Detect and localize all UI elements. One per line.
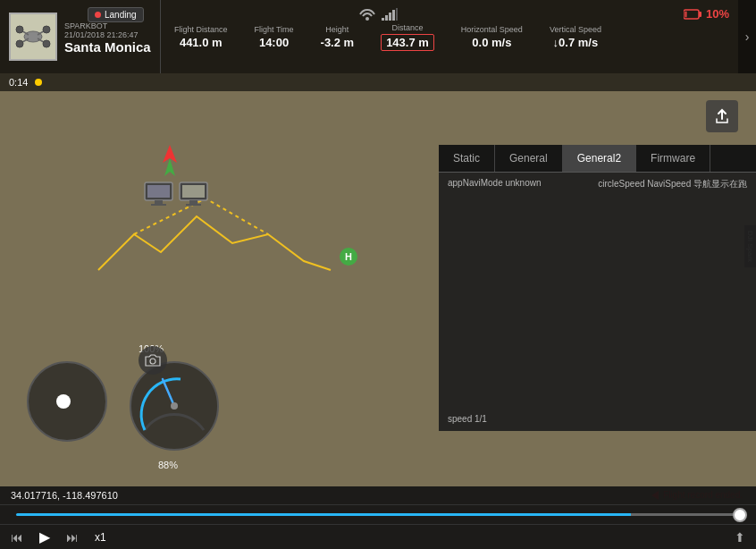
tab-general2[interactable]: General2 bbox=[563, 145, 636, 172]
stat-v-speed-label: Vertical Speed bbox=[550, 25, 601, 34]
stat-height: Height -3.2 m bbox=[321, 25, 355, 49]
panel-content: appNaviMode unknown circleSpeed NaviSpee… bbox=[439, 173, 756, 199]
progress-thumb[interactable] bbox=[733, 508, 747, 522]
svg-point-6 bbox=[43, 26, 50, 33]
svg-point-30 bbox=[150, 359, 155, 364]
svg-point-29 bbox=[171, 402, 178, 410]
map-share-button[interactable] bbox=[706, 100, 738, 132]
svg-rect-22 bbox=[155, 200, 163, 204]
speed-label: x1 bbox=[95, 531, 106, 544]
svg-point-9 bbox=[365, 17, 369, 21]
map-area[interactable]: H Static General General2 Firmware appNa… bbox=[0, 91, 756, 549]
expand-arrow[interactable]: › bbox=[738, 0, 756, 73]
export-button[interactable]: ⬆ bbox=[735, 530, 745, 545]
status-dot bbox=[35, 79, 42, 86]
battery-icon bbox=[684, 8, 701, 21]
stat-h-speed-value: 0.0 m/s bbox=[472, 36, 511, 49]
throttle-pct: 88% bbox=[158, 460, 178, 470]
stat-v-speed: Vertical Speed ↓0.7 m/s bbox=[550, 25, 601, 49]
forward-button[interactable]: ⏭ bbox=[66, 530, 79, 545]
drone-location: Santa Monica bbox=[64, 39, 151, 55]
battery-info: 10% bbox=[684, 7, 729, 21]
stat-h-speed-label: Horizontal Speed bbox=[461, 25, 523, 34]
joystick-right[interactable] bbox=[130, 361, 219, 451]
stat-h-speed: Horizontal Speed 0.0 m/s bbox=[461, 25, 523, 49]
playbar: 34.017716, -118.497610 ⏮ ▶ ⏭ x1 ⬆ bbox=[0, 486, 756, 549]
svg-point-7 bbox=[16, 40, 23, 47]
flight-path bbox=[89, 145, 357, 324]
top-bar: SPARKBOT 21/01/2018 21:26:47 Santa Monic… bbox=[0, 0, 756, 73]
panel-row1-value: circleSpeed NaviSpeed 导航显示在跑 bbox=[598, 178, 747, 190]
tab-general[interactable]: General bbox=[495, 145, 563, 172]
svg-rect-14 bbox=[396, 8, 398, 21]
playbar-controls: ⏮ ▶ ⏭ x1 ⬆ bbox=[0, 524, 756, 549]
stat-height-value: -3.2 m bbox=[321, 36, 355, 49]
camera-icon bbox=[145, 353, 161, 367]
joystick-left[interactable] bbox=[27, 361, 107, 442]
svg-rect-23 bbox=[151, 204, 166, 206]
landing-label: Landing bbox=[105, 10, 137, 20]
gauge-svg bbox=[131, 363, 217, 449]
landing-badge: Landing bbox=[88, 7, 144, 22]
panel-footer: speed 1/1 bbox=[448, 414, 487, 424]
drone-date: 21/01/2018 21:26:47 bbox=[64, 30, 151, 39]
progress-track[interactable] bbox=[16, 513, 740, 516]
signal-bars-icon bbox=[382, 8, 398, 21]
stat-flight-distance-label: Flight Distance bbox=[174, 25, 228, 34]
svg-rect-27 bbox=[186, 204, 201, 206]
throttle-container: 100% 88% bbox=[130, 361, 219, 451]
timer-display: 0:14 bbox=[9, 77, 28, 88]
rewind-button[interactable]: ⏮ bbox=[11, 530, 23, 545]
panel-row1-label: appNaviMode unknown bbox=[448, 178, 542, 190]
stat-flight-distance: Flight Distance 441.0 m bbox=[174, 25, 228, 49]
home-marker: H bbox=[340, 248, 357, 266]
drone-text: SPARKBOT 21/01/2018 21:26:47 Santa Monic… bbox=[64, 20, 151, 55]
play-button[interactable]: ▶ bbox=[39, 528, 50, 545]
joystick-left-dot bbox=[56, 394, 71, 409]
stat-distance: Distance 143.7 m bbox=[381, 23, 434, 51]
panel-row-1: appNaviMode unknown circleSpeed NaviSpee… bbox=[448, 178, 747, 190]
playbar-track[interactable] bbox=[0, 505, 756, 524]
tab-static[interactable]: Static bbox=[439, 145, 495, 172]
svg-rect-16 bbox=[699, 12, 701, 17]
tab-firmware[interactable]: Firmware bbox=[636, 145, 710, 172]
stat-distance-value: 143.7 m bbox=[381, 34, 434, 51]
flight-stats: Flight Distance 441.0 m Flight Time 14:0… bbox=[161, 0, 756, 73]
svg-rect-12 bbox=[389, 13, 391, 21]
playbar-coords: 34.017716, -118.497610 bbox=[0, 486, 756, 505]
svg-rect-13 bbox=[392, 10, 395, 21]
svg-marker-19 bbox=[164, 158, 175, 176]
svg-rect-26 bbox=[189, 200, 197, 204]
svg-rect-11 bbox=[385, 15, 388, 21]
battery-percent: 10% bbox=[706, 7, 729, 21]
camera-mode-button[interactable] bbox=[139, 346, 167, 375]
stat-v-speed-value: ↓0.7 m/s bbox=[553, 36, 599, 49]
svg-rect-10 bbox=[382, 18, 384, 21]
direction-arrow bbox=[152, 145, 188, 190]
stat-flight-time-value: 14:00 bbox=[259, 36, 289, 49]
drone-subtitle-label: SPARKBOT bbox=[64, 21, 151, 30]
panel-tabs: Static General General2 Firmware bbox=[439, 145, 756, 173]
drone-visual bbox=[143, 181, 209, 207]
subtitle-bar: 0:14 bbox=[0, 73, 756, 91]
svg-point-8 bbox=[43, 40, 50, 47]
landing-dot bbox=[95, 12, 101, 18]
share-icon bbox=[713, 107, 731, 125]
link-icon bbox=[358, 7, 376, 21]
stat-height-label: Height bbox=[325, 25, 349, 34]
drone-icon bbox=[15, 19, 51, 55]
stat-flight-time: Flight Time 14:00 bbox=[255, 25, 294, 49]
signal-icons bbox=[358, 7, 398, 21]
svg-line-28 bbox=[163, 379, 174, 406]
svg-rect-17 bbox=[685, 11, 686, 17]
info-panel: Static General General2 Firmware appNavi… bbox=[439, 145, 756, 431]
stat-flight-time-label: Flight Time bbox=[255, 25, 294, 34]
svg-point-0 bbox=[24, 31, 42, 42]
svg-point-5 bbox=[16, 26, 23, 33]
stat-distance-label: Distance bbox=[391, 23, 423, 32]
stat-flight-distance-value: 441.0 m bbox=[180, 36, 223, 49]
drone-thumbnail bbox=[9, 13, 57, 61]
